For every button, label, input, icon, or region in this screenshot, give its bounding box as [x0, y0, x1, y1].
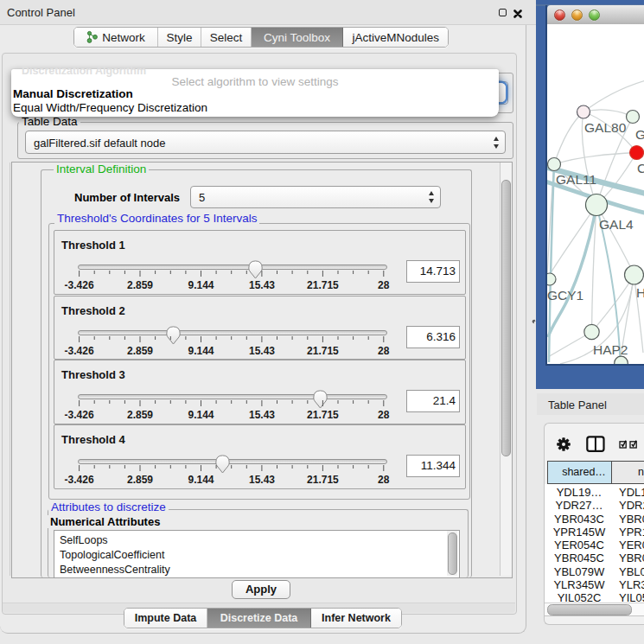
- svg-text:GAL80: GAL80: [584, 120, 627, 135]
- svg-text:HAP2: HAP2: [593, 342, 628, 357]
- svg-text:GA: GA: [635, 127, 644, 142]
- svg-text:GAL11: GAL11: [556, 172, 596, 187]
- svg-text:GCY1: GCY1: [547, 288, 583, 303]
- svg-text:CR: CR: [637, 161, 644, 175]
- svg-text:GAL4: GAL4: [599, 217, 634, 232]
- svg-text:HA: HA: [636, 285, 644, 300]
